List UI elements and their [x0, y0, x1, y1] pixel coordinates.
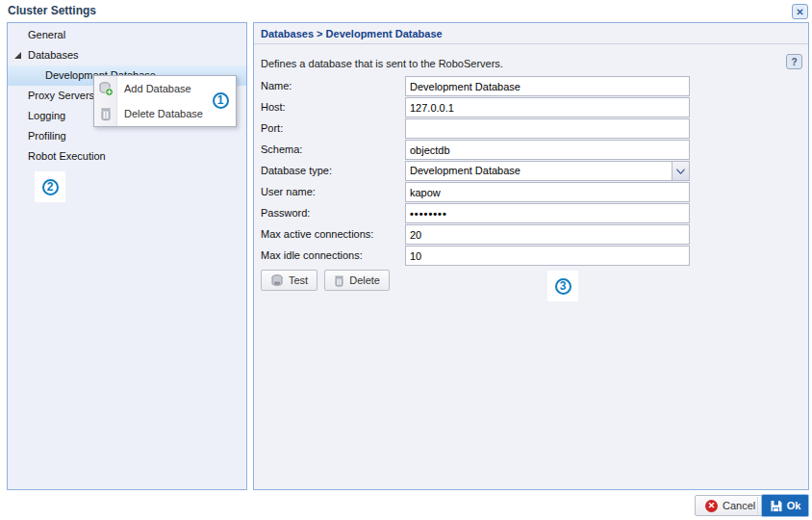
delete-button[interactable]: Delete: [324, 270, 390, 291]
menu-item-label: Add Database: [124, 83, 191, 94]
cancel-button[interactable]: ✕ Cancel: [695, 495, 766, 516]
ok-button-label: Ok: [787, 500, 801, 511]
trash-icon: [334, 274, 344, 287]
ok-button[interactable]: Ok: [761, 494, 809, 517]
close-icon[interactable]: ✕: [792, 4, 808, 19]
database-type-value: Development Database: [410, 162, 520, 180]
host-field[interactable]: [405, 97, 690, 117]
form-row-password: Password:: [261, 203, 703, 224]
host-label: Host:: [261, 97, 286, 117]
port-label: Port:: [261, 118, 283, 139]
panel-description: Defines a database that is sent to the R…: [261, 58, 503, 69]
chevron-down-icon[interactable]: [672, 162, 689, 180]
window-title: Cluster Settings: [8, 4, 96, 17]
form-row-name: Name:: [261, 76, 703, 97]
breadcrumb: Databases > Development Database: [254, 23, 808, 44]
annotation-number: 1: [213, 92, 229, 109]
test-button[interactable]: Test: [261, 270, 317, 291]
trash-icon: [98, 106, 114, 121]
max-idle-connections-field[interactable]: [405, 246, 690, 266]
database-type-label: Database type:: [261, 161, 332, 181]
test-button-label: Test: [289, 274, 308, 286]
user-name-label: User name:: [261, 182, 316, 202]
cancel-x-icon: ✕: [705, 500, 718, 512]
annotation-marker-3: 3: [547, 271, 578, 301]
name-field[interactable]: [405, 76, 690, 96]
tree-item-label: Proxy Servers: [28, 90, 94, 101]
tree-item-label: General: [28, 29, 65, 40]
form-row-max-active: Max active connections:: [261, 224, 703, 246]
footer-separator: [757, 497, 758, 514]
form-row-schema: Schema:: [261, 140, 703, 161]
tree-item-label: Logging: [28, 110, 65, 121]
help-icon[interactable]: ?: [786, 54, 802, 69]
database-actions: Test Delete: [261, 270, 390, 291]
database-add-icon: [98, 81, 114, 96]
cancel-button-label: Cancel: [723, 500, 755, 511]
max-active-connections-field[interactable]: [405, 224, 690, 245]
port-field[interactable]: [405, 118, 690, 139]
form-row-database-type: Database type: Development Database: [261, 161, 703, 182]
annotation-number: 3: [555, 278, 571, 295]
name-label: Name:: [261, 76, 292, 96]
schema-field[interactable]: [405, 140, 690, 160]
database-type-select[interactable]: Development Database: [405, 161, 690, 181]
form-row-max-idle: Max idle connections:: [261, 246, 703, 267]
database-test-icon: [270, 274, 284, 287]
tree-item-general[interactable]: General: [8, 25, 246, 45]
tree-expanded-icon[interactable]: [13, 51, 22, 60]
delete-button-label: Delete: [349, 274, 380, 286]
max-idle-connections-label: Max idle connections:: [261, 246, 363, 266]
annotation-marker-2: 2: [35, 171, 65, 202]
save-icon: [770, 500, 782, 512]
password-field[interactable]: [405, 203, 690, 223]
tree-item-label: Databases: [28, 49, 79, 61]
annotation-marker-1: 1: [205, 85, 236, 116]
form-row-user-name: User name:: [261, 182, 703, 203]
menu-item-label: Delete Database: [124, 108, 203, 119]
tree-item-robot-execution[interactable]: Robot Execution: [8, 146, 246, 167]
user-name-field[interactable]: [405, 182, 690, 202]
tree-item-profiling[interactable]: Profiling: [8, 126, 246, 146]
settings-detail-panel: Databases > Development Database Defines…: [253, 22, 809, 490]
tree-item-databases[interactable]: Databases: [8, 45, 246, 65]
max-active-connections-label: Max active connections:: [261, 224, 373, 245]
annotation-number: 2: [42, 179, 59, 195]
form-row-port: Port:: [261, 118, 703, 140]
form-row-host: Host:: [261, 97, 703, 118]
schema-label: Schema:: [261, 140, 302, 160]
cluster-settings-dialog: Cluster Settings ✕ General Databases Dev…: [0, 0, 812, 520]
tree-item-label: Profiling: [28, 130, 66, 142]
password-label: Password:: [261, 203, 310, 223]
tree-item-label: Robot Execution: [28, 150, 106, 162]
